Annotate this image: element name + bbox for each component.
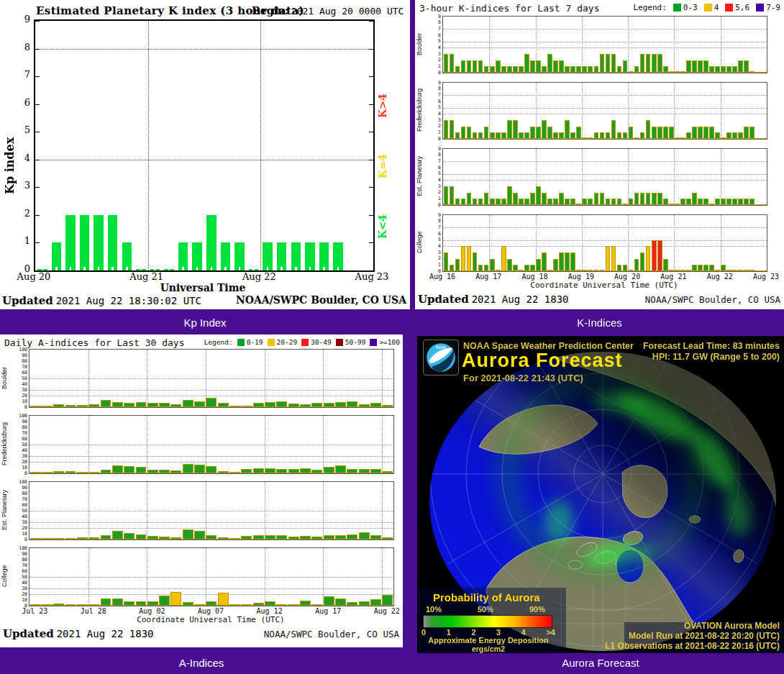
bar [461, 127, 466, 139]
x-tick-label: Aug 23 [355, 271, 389, 282]
grid-line [443, 240, 767, 241]
y-tick-label: 4 [13, 152, 30, 163]
bar [229, 604, 240, 606]
grid-line [674, 17, 675, 73]
y-tick-label: 80 [9, 491, 27, 496]
bar [241, 406, 252, 407]
bar [692, 127, 697, 139]
bar [669, 204, 674, 205]
bar [715, 66, 720, 73]
bar [749, 199, 755, 205]
bar [629, 71, 634, 73]
noaa-logo: NOAA [423, 340, 459, 375]
grid-line [582, 83, 583, 139]
grid-line [323, 416, 324, 473]
bar [559, 132, 564, 139]
k-indices-chart-panel[interactable]: 3-hour K-indices for Last 7 days Legend:… [415, 0, 784, 309]
bar [147, 470, 158, 473]
x-tick-label: Aug 17 [315, 607, 341, 615]
y-tick-label: 4 [422, 177, 441, 183]
kp-index-chart-panel[interactable]: Estimated Planetary K index (3 hour data… [0, 0, 410, 309]
y-tick-label: 0 [13, 263, 30, 274]
y-tick-label: 100 [9, 347, 27, 352]
k-indices-credit: NOAA/SWPC Boulder, CO USA [645, 294, 780, 305]
bar [570, 252, 575, 271]
bar [170, 592, 181, 606]
tick-mark [35, 242, 40, 243]
bar [473, 252, 478, 271]
bar [77, 537, 88, 539]
aurora-forecast-meta: Forecast Lead Time: 83 minutes HPI: 11.7… [643, 341, 780, 363]
bar [53, 538, 64, 539]
kp-begin-label: Begin: [252, 5, 288, 17]
tick-mark [35, 187, 40, 188]
bar [732, 66, 737, 73]
bar [680, 137, 685, 139]
bar [194, 401, 205, 407]
bar [88, 404, 99, 407]
bar [455, 132, 460, 139]
y-tick-label: 7 [13, 69, 30, 80]
bar [547, 127, 552, 139]
aurora-probability-legend-title: Probability of Aurora [433, 591, 540, 604]
bar [80, 215, 90, 270]
bar [570, 199, 575, 205]
station-plot [442, 16, 767, 73]
x-tick-label: Aug 22 [707, 273, 733, 281]
y-tick-label: 60 [9, 568, 27, 574]
bar-notch [168, 267, 170, 270]
legend-item-label: 20-29 [277, 338, 298, 346]
a-indices-updated-line: Updated 2021 Aug 22 1830 [3, 627, 154, 640]
grid-line [489, 17, 490, 73]
bar-notch [224, 267, 227, 270]
k-indices-updated-line: Updated 2021 Aug 22 1830 [418, 293, 569, 306]
grid-line [35, 160, 373, 160]
bar-notch [111, 267, 114, 270]
bar [715, 270, 720, 271]
y-tick-label: 8 [422, 152, 441, 158]
y-tick-label: 6 [422, 231, 441, 237]
bar [652, 127, 657, 139]
bar [611, 199, 616, 205]
bar [680, 270, 685, 271]
threshold-label: K=4 [377, 137, 388, 196]
bar [680, 199, 685, 205]
legend-item: 5,6 [725, 3, 749, 12]
aurora-forecast-panel[interactable]: NOAA NOAA Space Weather Prediction Cente… [417, 336, 784, 653]
aurora-probability-colorbar [423, 615, 552, 628]
grid-line [148, 21, 149, 270]
y-tick-label: 2 [422, 123, 441, 129]
bar [382, 471, 393, 473]
grid-line [443, 42, 767, 42]
bar [276, 469, 287, 473]
bar [265, 468, 275, 473]
x-tick-label: Aug 17 [475, 273, 501, 281]
bar [594, 270, 599, 271]
bar [611, 120, 616, 139]
y-tick-label: 60 [9, 370, 27, 375]
bar [686, 132, 691, 139]
bar [478, 265, 483, 271]
kp-plot-area [34, 19, 375, 272]
bar [484, 265, 489, 271]
svg-text:NOAA: NOAA [436, 345, 446, 350]
bar [715, 132, 720, 139]
bar-notch [309, 267, 311, 270]
y-tick-label: 10 [9, 399, 27, 404]
bar [646, 54, 651, 73]
grid-line [443, 174, 767, 175]
a-indices-chart-panel[interactable]: Daily A-indices for Last 30 days Legend:… [0, 334, 403, 647]
grid-line [582, 17, 583, 73]
x-tick-label: Aug 20 [614, 273, 640, 281]
bar [324, 403, 334, 407]
grid-line [265, 482, 265, 539]
y-tick-label: 3 [13, 180, 30, 191]
bar [542, 120, 547, 139]
bar [600, 270, 605, 271]
tick-mark [369, 160, 373, 160]
station-plot [29, 547, 394, 606]
bar [501, 246, 506, 271]
bar [519, 66, 524, 73]
tick-mark [369, 104, 373, 105]
station-plot [442, 82, 767, 140]
